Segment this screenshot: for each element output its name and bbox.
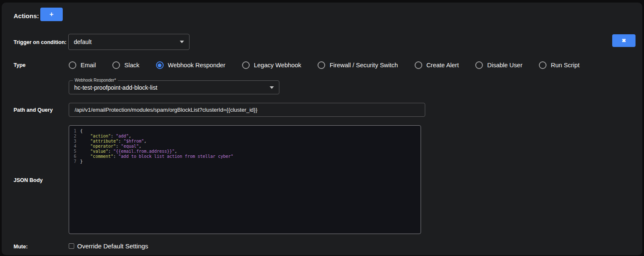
code-line: 6 "comment": "add to block list action f… <box>69 154 421 159</box>
radio-run-script[interactable]: Run Script <box>539 61 580 69</box>
code-text: "value": "{{email.from.address}}", <box>80 149 177 154</box>
radio-option-label: Email <box>81 62 96 69</box>
action-config-panel: Actions: + Trigger on condition: default… <box>2 3 642 255</box>
line-number: 7 <box>69 159 80 164</box>
code-line: 4 "operator": "equal", <box>69 144 421 149</box>
plus-icon: + <box>50 11 53 18</box>
remove-action-button[interactable]: ✖ <box>612 34 636 47</box>
code-line: 5 "value": "{{email.from.address}}", <box>69 149 421 154</box>
line-number: 4 <box>69 144 80 149</box>
code-line: 1{ <box>69 129 421 134</box>
radio-button-icon <box>242 61 250 69</box>
radio-slack[interactable]: Slack <box>112 61 139 69</box>
radio-create-alert[interactable]: Create Alert <box>415 61 459 69</box>
type-label: Type <box>14 62 25 68</box>
radio-email[interactable]: Email <box>69 61 96 69</box>
radio-webhook-responder[interactable]: Webhook Responder <box>156 61 226 69</box>
type-radio-group: EmailSlackWebhook ResponderLegacy Webhoo… <box>69 60 580 71</box>
radio-button-icon <box>69 61 76 69</box>
override-checkbox[interactable] <box>69 243 74 249</box>
line-number: 2 <box>69 134 80 139</box>
line-number: 1 <box>69 129 80 134</box>
override-default-settings-option[interactable]: Override Default Settings <box>69 242 148 250</box>
code-line: 2 "action": "add", <box>69 134 421 139</box>
radio-button-icon <box>156 61 164 69</box>
radio-button-icon <box>539 61 546 69</box>
radio-option-label: Run Script <box>551 62 580 69</box>
json-body-editor[interactable]: 1{2 "action": "add",3 "attribute": "$hfr… <box>69 125 421 234</box>
webhook-responder-value: hc-test-proofpoint-add-block-list <box>74 84 266 91</box>
json-body-label: JSON Body <box>14 177 43 183</box>
trigger-condition-value: default <box>74 39 176 45</box>
code-line: 7} <box>69 159 421 164</box>
chevron-down-icon <box>180 41 184 43</box>
webhook-responder-select[interactable]: Webhook Responder* hc-test-proofpoint-ad… <box>69 80 279 94</box>
radio-button-icon <box>112 61 120 69</box>
radio-option-label: Disable User <box>487 62 522 69</box>
path-query-label: Path and Query <box>14 107 53 113</box>
path-query-input[interactable] <box>69 103 425 117</box>
add-action-button[interactable]: + <box>40 8 63 21</box>
radio-option-label: Slack <box>124 62 139 69</box>
chevron-down-icon <box>270 86 274 89</box>
actions-heading: Actions: <box>14 12 39 19</box>
line-number: 6 <box>69 154 80 159</box>
code-text: } <box>80 159 83 164</box>
code-text: "action": "add", <box>80 134 131 139</box>
code-text: { <box>80 129 83 134</box>
code-text: "operator": "equal", <box>80 144 142 149</box>
radio-button-icon <box>415 61 422 69</box>
radio-disable-user[interactable]: Disable User <box>475 61 522 69</box>
override-label: Override Default Settings <box>77 242 148 250</box>
radio-firewall-security-switch[interactable]: Firewall / Security Switch <box>318 61 398 69</box>
line-number: 5 <box>69 149 80 154</box>
radio-option-label: Webhook Responder <box>168 62 226 69</box>
radio-option-label: Create Alert <box>427 62 459 69</box>
radio-option-label: Firewall / Security Switch <box>329 62 398 69</box>
radio-button-icon <box>475 61 483 69</box>
webhook-responder-field-label: Webhook Responder* <box>73 78 118 83</box>
radio-button-icon <box>318 61 325 69</box>
mute-label: Mute: <box>14 244 28 250</box>
code-text: "comment": "add to block list action fro… <box>80 154 233 159</box>
trigger-condition-label: Trigger on condition: <box>14 39 67 45</box>
code-line: 3 "attribute": "$hfrom", <box>69 139 421 144</box>
radio-legacy-webhook[interactable]: Legacy Webhook <box>242 61 301 69</box>
code-text: "attribute": "$hfrom", <box>80 139 147 144</box>
close-icon: ✖ <box>622 38 626 44</box>
line-number: 3 <box>69 139 80 144</box>
radio-option-label: Legacy Webhook <box>254 62 301 69</box>
trigger-condition-select[interactable]: default <box>68 34 190 50</box>
